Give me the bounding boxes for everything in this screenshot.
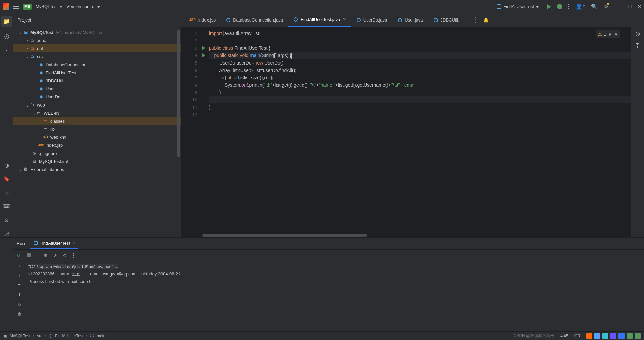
prev-warning-icon[interactable]: ∧ (608, 30, 612, 38)
system-tray (586, 333, 641, 339)
debug-button[interactable] (557, 4, 562, 9)
tray-icon[interactable] (635, 333, 641, 339)
run-tabs: Run FindAllUserTest × (13, 238, 644, 250)
run-tool-window: Run FindAllUserTest × ↻ | ⊞ ↗ ⊘ ↑ ↓ ≡ ⤓ … (0, 237, 644, 331)
filter-icon[interactable]: ⊘ (63, 253, 67, 258)
terminal-icon[interactable]: ⌨ (3, 203, 10, 210)
tree-item-webinf[interactable]: ⌄🗀WEB-INF (13, 109, 181, 117)
tree-item-idea[interactable]: ›🗀.idea (13, 36, 181, 44)
tree-item-web[interactable]: ⌄🗀web (13, 101, 181, 109)
run-config-dropdown[interactable]: FindAllUserTest (494, 3, 541, 10)
watermark: CSDN @爱编程的松子 (514, 333, 555, 339)
editor-pane: JSPindex.jsp DatabaseConnection.java Fin… (181, 13, 631, 237)
close-tab-icon[interactable]: × (343, 17, 346, 22)
tab-findallusertest[interactable]: FindAllUserTest.java× (288, 13, 351, 27)
tree-item-class[interactable]: ◉User (13, 85, 181, 93)
scrollbar[interactable] (177, 30, 180, 157)
vcs-dropdown[interactable]: Version control (66, 4, 100, 9)
tree-item-indexjsp[interactable]: JSPindex.jsp (13, 141, 181, 149)
down-icon[interactable]: ↓ (18, 273, 21, 278)
maximize-icon[interactable]: ❐ (628, 4, 632, 9)
tab-jdbcutil[interactable]: JDBCUtil. (428, 13, 465, 27)
project-sidebar: Project ⌄▣ MySQLTest E:\Javastudy\MySQLT… (13, 13, 181, 237)
clear-icon[interactable]: 🗑 (17, 312, 22, 317)
tree-item-lib[interactable]: 🗀lib (13, 125, 181, 133)
project-tool-icon[interactable]: 📁 (1, 16, 12, 27)
run-tool-icon[interactable]: ▷ (5, 189, 9, 196)
database-icon[interactable]: 🗄 (635, 43, 640, 49)
tab-user[interactable]: User.java (393, 13, 428, 27)
intellij-icon (3, 3, 9, 10)
settings-icon[interactable]: ⚙ (604, 3, 608, 10)
tray-icon[interactable] (627, 333, 633, 339)
main-menu-icon[interactable] (13, 5, 19, 9)
tab-databaseconnection[interactable]: DatabaseConnection.java (221, 13, 288, 27)
line-separator[interactable]: CR (574, 334, 580, 338)
tray-icon[interactable] (602, 333, 608, 339)
services-icon[interactable]: ◑ (4, 162, 9, 168)
tree-item-extlib[interactable]: ⌄🏛External Libraries (13, 165, 181, 173)
close-icon[interactable]: × (72, 241, 75, 246)
more-tools-icon[interactable]: ··· (4, 47, 9, 53)
tray-icon[interactable] (594, 333, 600, 339)
chevron-down-icon (97, 4, 100, 9)
stop-icon[interactable] (27, 253, 31, 257)
git-icon[interactable]: ⎇ (4, 231, 10, 237)
tray-icon[interactable] (586, 333, 592, 339)
tree-item-out[interactable]: ›🗀out (13, 44, 181, 52)
run-output[interactable]: "C:\Program Files\Java\jdk-1.8\bin\java.… (26, 261, 644, 331)
tab-indexjsp[interactable]: JSPindex.jsp (184, 13, 221, 27)
print-icon[interactable]: ⎙ (18, 302, 21, 307)
gutter[interactable]: 1 2 3 4 5 6 7 8 9 10 11 12 (181, 27, 201, 233)
output-line: Process finished with exit code 0 (28, 278, 644, 285)
tree-root[interactable]: ⌄▣ MySQLTest E:\Javastudy\MySQLTest (13, 28, 181, 36)
horizontal-scrollbar[interactable] (181, 233, 631, 237)
more-actions-icon[interactable] (568, 4, 569, 9)
inspection-widget[interactable]: ⚠ 1 ∧ ∨ (596, 30, 620, 38)
right-rail: ◎ 🗄 (631, 13, 644, 237)
tab-options-icon[interactable] (471, 13, 479, 27)
scroll-end-icon[interactable]: ⤓ (18, 292, 21, 297)
tree-item-class[interactable]: ◉DatabaseConnection (13, 60, 181, 69)
structure-tool-icon[interactable]: ⦿ (4, 34, 9, 40)
tree-item-class[interactable]: ◉JDBCUtil (13, 77, 181, 85)
more-tabs-icon[interactable] (465, 13, 471, 27)
tray-icon[interactable] (610, 333, 616, 339)
run-button[interactable] (547, 4, 551, 9)
code-editor[interactable]: ⚠ 1 ∧ ∨ import java.util.ArrayList; publ… (201, 27, 631, 233)
close-icon[interactable]: ✕ (638, 4, 641, 9)
vcs-label: Version control (66, 4, 95, 9)
class-icon (357, 18, 361, 22)
tree-item-src[interactable]: ⌄🗀src (13, 52, 181, 60)
up-icon[interactable]: ↑ (18, 263, 21, 268)
project-dropdown[interactable]: MySQLTest (36, 4, 62, 9)
layout-icon[interactable]: ⊞ (44, 253, 47, 258)
tree-item-webxml[interactable]: </>web.xml (13, 133, 181, 141)
export-icon[interactable]: ↗ (53, 253, 57, 258)
run-tab[interactable]: FindAllUserTest × (30, 239, 78, 249)
tree-item-class[interactable]: ◉UserDo (13, 93, 181, 101)
soft-wrap-icon[interactable]: ≡ (18, 283, 21, 288)
tray-icon[interactable] (618, 333, 625, 339)
next-warning-icon[interactable]: ∨ (614, 30, 618, 38)
problems-icon[interactable]: ⊘ (4, 217, 9, 223)
caret-position[interactable]: 4:45 (560, 334, 568, 338)
project-tree[interactable]: ⌄▣ MySQLTest E:\Javastudy\MySQLTest ›🗀.i… (13, 27, 181, 237)
notifications-icon[interactable]: 🔔 (479, 13, 493, 27)
tree-item-class[interactable]: ◉FindAllUserTest (13, 69, 181, 77)
minimize-icon[interactable]: — (618, 4, 623, 9)
search-icon[interactable]: 🔍 (591, 3, 598, 10)
code-with-me-icon[interactable]: 👤⁺ (576, 3, 585, 10)
root-path: E:\Javastudy\MySQLTest (56, 30, 105, 35)
tree-item-classes[interactable]: ›🗀classes (13, 117, 181, 125)
more-icon[interactable] (73, 253, 74, 258)
bookmarks-icon[interactable]: 🔖 (3, 176, 10, 182)
tree-item-iml[interactable]: ▦MySQLTest.iml (13, 157, 181, 165)
ai-icon[interactable]: ◎ (635, 30, 640, 37)
tab-userdo[interactable]: UserDo.java (351, 13, 393, 27)
rerun-icon[interactable]: ↻ (17, 253, 20, 258)
run-toolbar: ↻ | ⊞ ↗ ⊘ (13, 250, 644, 261)
tree-item-gitignore[interactable]: ⊘.gitignore (13, 149, 181, 157)
run-command: "C:\Program Files\Java\jdk-1.8\bin\java.… (28, 264, 118, 269)
breadcrumb[interactable]: ▣ MySQLTest› src› FindAllUserTest› ⓜ mai… (3, 333, 105, 339)
